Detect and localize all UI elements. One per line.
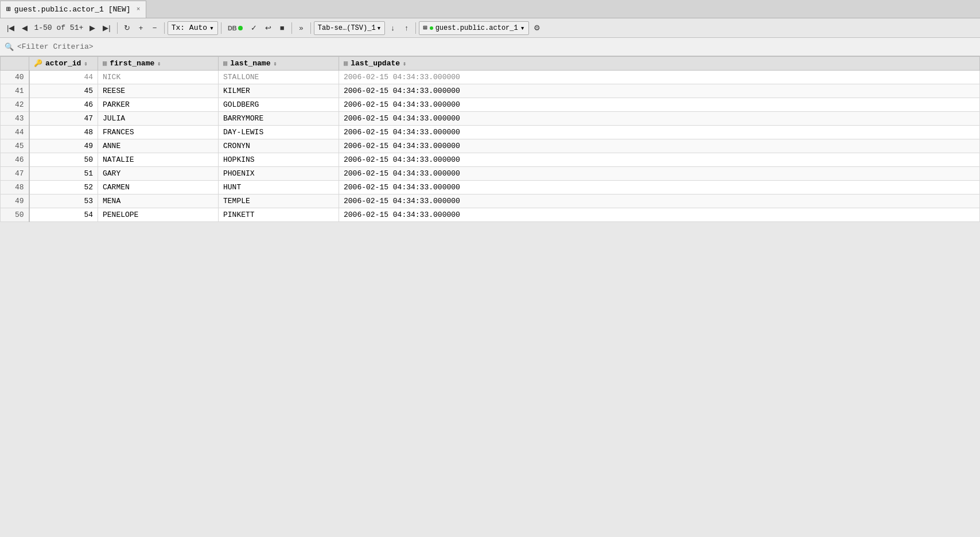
sep5 — [310, 22, 311, 34]
table-row[interactable]: 4852CARMENHUNT2006-02-15 04:34:33.000000 — [1, 181, 980, 194]
table-row[interactable]: 4145REESEKILMER2006-02-15 04:34:33.00000… — [1, 84, 980, 98]
cell-actor_id-row9: 54 — [29, 208, 98, 222]
cell-last_name-row6: PHOENIX — [219, 167, 339, 181]
cell-first_name-row6: GARY — [98, 167, 219, 181]
cell-last_name-row1: GOLDBERG — [219, 98, 339, 112]
table-dropdown[interactable]: ⊞ guest.public.actor_1 ▾ — [419, 21, 528, 35]
cell-first_name-row0: REESE — [98, 84, 219, 98]
col-ln-icon: ▦ — [223, 59, 227, 68]
col-key-icon: 🔑 — [34, 59, 42, 68]
cell-actor_id-row4: 49 — [29, 139, 98, 153]
cell-actor_id-row3: 48 — [29, 126, 98, 139]
sep2 — [164, 22, 165, 34]
table-icon: ⊞ — [423, 24, 427, 32]
table-dropdown-arrow: ▾ — [520, 24, 525, 33]
table-row[interactable]: 4347JULIABARRYMORE2006-02-15 04:34:33.00… — [1, 112, 980, 126]
cell-actor_id-row6: 51 — [29, 167, 98, 181]
download-button[interactable]: ↓ — [386, 21, 399, 36]
cell-actor_id-row0: 45 — [29, 84, 98, 98]
tab-close-button[interactable]: × — [137, 6, 141, 13]
cell-first_name-row2: JULIA — [98, 112, 219, 126]
upload-button[interactable]: ↑ — [400, 21, 413, 36]
nav-group: |◀ ◀ 1-50 of 51+ ▶ ▶| — [3, 21, 114, 36]
col-fn-icon: ▦ — [103, 59, 107, 68]
cell-actor_id-row8: 53 — [29, 194, 98, 208]
table-label: guest.public.actor_1 — [435, 24, 518, 32]
tab-grid-icon: ⊞ — [6, 5, 11, 14]
col-header-last-name[interactable]: ▦ last_name ⇕ — [219, 57, 339, 71]
table-row[interactable]: 5054PENELOPEPINKETT2006-02-15 04:34:33.0… — [1, 208, 980, 222]
tab-label: guest.public.actor_1 [NEW] — [14, 5, 131, 14]
commit-button[interactable]: ✓ — [247, 21, 260, 36]
col-header-actor-id-label: actor_id — [45, 59, 81, 68]
col-header-first-name-label: first_name — [110, 59, 154, 68]
cell-first_name-row5: NATALIE — [98, 153, 219, 167]
sep3 — [221, 22, 221, 34]
export-label: Tab-se…(TSV)_1 — [318, 24, 376, 32]
table-row[interactable]: 4549ANNECRONYN2006-02-15 04:34:33.000000 — [1, 139, 980, 153]
cell-row_num-row6: 47 — [1, 167, 29, 181]
db-connect-button[interactable]: DB — [224, 21, 246, 36]
delete-row-button[interactable]: − — [149, 21, 161, 36]
cell-first_name-row8: MENA — [98, 194, 219, 208]
sep4 — [291, 22, 292, 34]
refresh-button[interactable]: ↻ — [120, 21, 134, 36]
cell-first_name-row7: CARMEN — [98, 181, 219, 194]
tx-dropdown-arrow: ▾ — [209, 24, 214, 33]
filter-bar: 🔍 <Filter Criteria> — [0, 38, 980, 56]
rollback-button[interactable]: ↩ — [262, 21, 275, 36]
col-lu-icon: ▦ — [344, 59, 348, 68]
green-dot2 — [430, 26, 433, 30]
table-row-partial[interactable]: 40 44 NICK STALLONE 2006-02-15 04:34:33.… — [1, 71, 980, 84]
sep6 — [415, 22, 416, 34]
cell-actor_id-row1: 46 — [29, 98, 98, 112]
cell-last_name-row3: DAY-LEWIS — [219, 126, 339, 139]
col-header-last-name-label: last_name — [230, 59, 270, 68]
export-dropdown[interactable]: Tab-se…(TSV)_1 ▾ — [314, 21, 386, 35]
nav-prev-button[interactable]: ◀ — [18, 21, 31, 36]
tx-dropdown[interactable]: Tx: Auto ▾ — [168, 21, 218, 35]
cell-row_num-row3: 44 — [1, 126, 29, 139]
cell-row_num-row9: 50 — [1, 208, 29, 222]
table-row[interactable]: 4650NATALIEHOPKINS2006-02-15 04:34:33.00… — [1, 153, 980, 167]
stop-button[interactable]: ■ — [276, 21, 289, 36]
toolbar: |◀ ◀ 1-50 of 51+ ▶ ▶| ↻ + − Tx: Auto ▾ D… — [0, 18, 980, 38]
cell-first_name-row1: PARKER — [98, 98, 219, 112]
cell-last_name-row4: CRONYN — [219, 139, 339, 153]
col-header-last-update[interactable]: ▦ last_update ⇕ — [339, 57, 980, 71]
green-status-dot — [238, 26, 243, 30]
cell-last_name-row8: TEMPLE — [219, 194, 339, 208]
cell-lastupdate-partial: 2006-02-15 04:34:33.000000 — [339, 71, 980, 84]
table-row[interactable]: 4953MENATEMPLE2006-02-15 04:34:33.000000 — [1, 194, 980, 208]
col-header-actor-id[interactable]: 🔑 actor_id ⇕ — [29, 57, 98, 71]
cell-row_num-row5: 46 — [1, 153, 29, 167]
nav-last-button[interactable]: ▶| — [99, 21, 114, 36]
cell-first_name-row3: FRANCES — [98, 126, 219, 139]
table-row[interactable]: 4448FRANCESDAY-LEWIS2006-02-15 04:34:33.… — [1, 126, 980, 139]
page-range-text: 1-50 — [34, 24, 52, 32]
settings-button[interactable]: ⚙ — [530, 21, 544, 36]
cell-last_name-row7: HUNT — [219, 181, 339, 194]
main-tab[interactable]: ⊞ guest.public.actor_1 [NEW] × — [0, 1, 146, 18]
table-row[interactable]: 4246PARKERGOLDBERG2006-02-15 04:34:33.00… — [1, 98, 980, 112]
filter-search-icon: 🔍 — [5, 42, 14, 52]
cell-last_update-row2: 2006-02-15 04:34:33.000000 — [339, 112, 980, 126]
export-dropdown-arrow: ▾ — [377, 24, 382, 33]
cell-last_update-row0: 2006-02-15 04:34:33.000000 — [339, 84, 980, 98]
data-table: 🔑 actor_id ⇕ ▦ first_name ⇕ ▦ last_ — [0, 56, 980, 222]
col-header-last-update-label: last_update — [351, 59, 400, 68]
cell-last_update-row3: 2006-02-15 04:34:33.000000 — [339, 126, 980, 139]
sep1 — [117, 22, 118, 34]
nav-first-button[interactable]: |◀ — [3, 21, 18, 36]
filter-placeholder[interactable]: <Filter Criteria> — [17, 42, 94, 51]
more-button[interactable]: » — [295, 21, 308, 36]
nav-next-button[interactable]: ▶ — [86, 21, 99, 36]
page-range: 1-50 of 51+ — [32, 24, 85, 32]
sort-icon-last-update: ⇕ — [403, 60, 406, 67]
table-header-row: 🔑 actor_id ⇕ ▦ first_name ⇕ ▦ last_ — [1, 57, 980, 71]
table-row[interactable]: 4751GARYPHOENIX2006-02-15 04:34:33.00000… — [1, 167, 980, 181]
cell-last_update-row8: 2006-02-15 04:34:33.000000 — [339, 194, 980, 208]
add-row-button[interactable]: + — [135, 21, 147, 36]
col-header-first-name[interactable]: ▦ first_name ⇕ — [98, 57, 219, 71]
cell-row_num-row0: 41 — [1, 84, 29, 98]
